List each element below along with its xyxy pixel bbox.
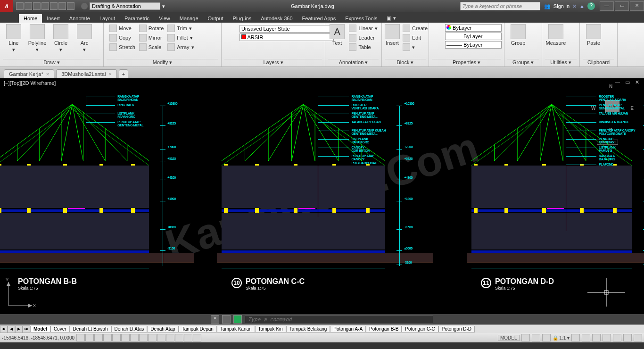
ribbon-overflow[interactable]: ▣ ▾ xyxy=(382,14,400,23)
tab-featured-apps[interactable]: Featured Apps xyxy=(297,14,341,23)
sr5-icon[interactable] xyxy=(582,334,590,341)
close-button[interactable]: ✕ xyxy=(630,1,644,11)
layer-current-select[interactable]: ARSIR xyxy=(239,33,334,41)
cmd-prompt-icon[interactable] xyxy=(233,315,242,324)
tab-layout[interactable]: Layout xyxy=(95,14,120,23)
command-line[interactable]: ✕ xyxy=(0,314,644,324)
paste-button[interactable]: Paste xyxy=(583,24,604,46)
doctab-1[interactable]: 3DMusholla2Lantai× xyxy=(56,69,117,78)
command-input[interactable] xyxy=(245,315,433,324)
doctab-close-icon[interactable]: × xyxy=(46,71,49,77)
grid-toggle[interactable] xyxy=(85,334,94,341)
tab-output[interactable]: Output xyxy=(203,14,228,23)
workspace-switcher[interactable]: Drafting & Annotation ▾ xyxy=(81,2,165,10)
tab-manage[interactable]: Manage xyxy=(175,14,203,23)
doctab-0[interactable]: Gambar Kerja*× xyxy=(4,69,54,78)
signin-area[interactable]: 👥 Sign In ✕ ▲ ? xyxy=(540,2,599,10)
layer-props-icon[interactable] xyxy=(224,24,238,37)
qat-redo-icon[interactable] xyxy=(67,2,74,10)
a360-icon[interactable]: ▲ xyxy=(579,3,585,9)
layout-first-button[interactable]: ⏮ xyxy=(0,325,8,333)
polyline-button[interactable]: Polyline▾ xyxy=(26,24,48,53)
sr8-icon[interactable] xyxy=(613,334,621,341)
viewport-controls[interactable]: [−][Top][2D Wireframe] xyxy=(4,80,56,86)
mirror-button[interactable]: Mirror xyxy=(138,33,165,42)
snap-toggle[interactable] xyxy=(76,334,85,341)
sr6-icon[interactable] xyxy=(592,334,601,341)
am-toggle[interactable] xyxy=(193,334,201,341)
panel-draw-label[interactable]: Draw ▾ xyxy=(3,59,100,66)
workspace-select[interactable]: Drafting & Annotation xyxy=(90,2,160,10)
sr3-icon[interactable] xyxy=(542,334,551,341)
layout-prev-button[interactable]: ◀ xyxy=(8,325,15,333)
anno-scale[interactable]: 🔒 1:1 ▾ xyxy=(553,335,570,341)
cmd-options-icon[interactable] xyxy=(222,315,231,324)
qat-save-icon[interactable] xyxy=(33,2,41,10)
panel-properties-label[interactable]: Properties ▾ xyxy=(432,59,501,66)
tab-autodesk-360[interactable]: Autodesk 360 xyxy=(256,14,297,23)
layout-tampak-kiri[interactable]: Tampak Kiri xyxy=(255,326,286,332)
layout-potongan-d-d[interactable]: Potongan D-D xyxy=(438,326,475,332)
tab-home[interactable]: Home xyxy=(19,14,42,23)
sr10-icon[interactable] xyxy=(634,334,642,341)
qat-saveas-icon[interactable] xyxy=(41,2,49,10)
rotate-button[interactable]: Rotate xyxy=(138,24,165,33)
lwt-toggle[interactable] xyxy=(157,334,165,341)
app-logo[interactable]: A xyxy=(0,0,13,12)
panel-block-label[interactable]: Block ▾ xyxy=(385,59,426,66)
help-icon[interactable]: ? xyxy=(587,2,595,10)
panel-layers-label[interactable]: Layers ▾ xyxy=(224,59,322,66)
3dosnap-toggle[interactable] xyxy=(121,334,130,341)
layout-model[interactable]: Model xyxy=(30,326,50,332)
osnap-toggle[interactable] xyxy=(112,334,121,341)
infocenter-search[interactable] xyxy=(460,2,540,10)
array-button[interactable]: Array ▾ xyxy=(166,43,195,51)
fillet-button[interactable]: Fillet ▾ xyxy=(166,33,195,42)
polar-toggle[interactable] xyxy=(103,334,112,341)
tpy-toggle[interactable] xyxy=(166,334,174,341)
linetype-select[interactable]: ——— ByLayer xyxy=(445,41,502,49)
circle-button[interactable]: Circle▾ xyxy=(50,24,72,53)
leader-button[interactable]: Leader xyxy=(348,33,379,42)
tab-express-tools[interactable]: Express Tools xyxy=(340,14,382,23)
ortho-toggle[interactable] xyxy=(94,334,103,341)
tab-parametric[interactable]: Parametric xyxy=(120,14,154,23)
drawing-viewport[interactable]: [−][Top][2D Wireframe] — ▭ ✕ N W E S TOP… xyxy=(0,78,644,314)
text-button[interactable]: AText xyxy=(328,24,346,46)
sr1-icon[interactable] xyxy=(521,334,530,341)
trim-button[interactable]: Trim ▾ xyxy=(166,24,195,33)
tab-plug-ins[interactable]: Plug-ins xyxy=(228,14,256,23)
panel-utilities-label[interactable]: Utilities ▾ xyxy=(545,59,577,66)
panel-annotation-label[interactable]: Annotation ▾ xyxy=(328,59,379,66)
otrack-toggle[interactable] xyxy=(130,334,139,341)
match-icon[interactable] xyxy=(432,24,443,35)
sr4-icon[interactable] xyxy=(571,334,580,341)
dyn-toggle[interactable] xyxy=(148,334,157,341)
layout-tampak-belakang[interactable]: Tampak Belakang xyxy=(286,326,330,332)
insert-button[interactable]: Insert xyxy=(385,24,400,46)
layout-tampak-kanan[interactable]: Tampak Kanan xyxy=(217,326,255,332)
copy-button[interactable]: Copy xyxy=(108,33,136,42)
scale-button[interactable]: Scale xyxy=(138,43,165,51)
measure-button[interactable]: Measure xyxy=(545,24,567,46)
qp-toggle[interactable] xyxy=(175,334,183,341)
layer-state-select[interactable]: Unsaved Layer State xyxy=(239,25,334,33)
qat-plot-icon[interactable] xyxy=(50,2,58,10)
layout-denah-atap[interactable]: Denah Atap xyxy=(147,326,178,332)
sc-toggle[interactable] xyxy=(184,334,192,341)
exchange-icon[interactable]: ✕ xyxy=(572,3,577,9)
layout-tampak-depan[interactable]: Tampak Depan xyxy=(179,326,217,332)
sr2-icon[interactable] xyxy=(532,334,540,341)
block-attr-button[interactable]: ▾ xyxy=(402,43,429,51)
layout-cover[interactable]: Cover xyxy=(50,326,70,332)
maximize-button[interactable]: ▭ xyxy=(615,1,629,11)
group-button[interactable]: Group xyxy=(507,24,529,46)
minimize-button[interactable]: — xyxy=(600,1,614,11)
tab-annotate[interactable]: Annotate xyxy=(65,14,95,23)
sr7-icon[interactable] xyxy=(603,334,611,341)
qat-undo-icon[interactable] xyxy=(58,2,66,10)
panel-clipboard-label[interactable]: Clipboard xyxy=(583,59,614,66)
layout-denah-lt-bawah[interactable]: Denah Lt Bawah xyxy=(70,326,111,332)
panel-modify-label[interactable]: Modify ▾ xyxy=(107,59,218,66)
layout-denah-lt-atas[interactable]: Denah Lt Atas xyxy=(111,326,148,332)
